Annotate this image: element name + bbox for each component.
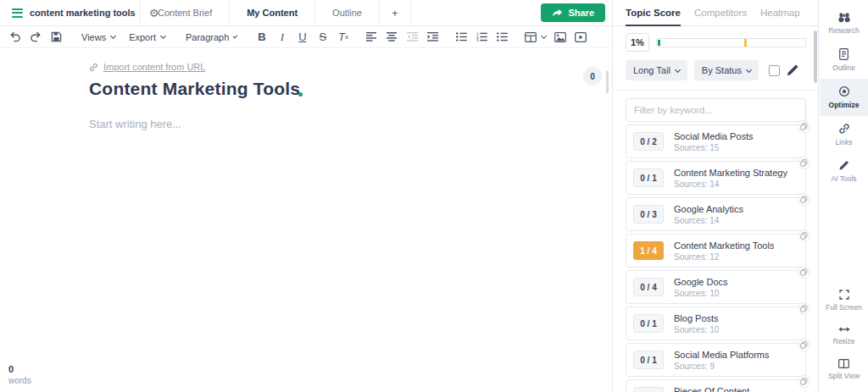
add-tab-button[interactable]: + — [379, 0, 411, 25]
editor-scrollbar[interactable] — [606, 70, 609, 93]
document-heading[interactable]: Content Marketing Tools — [89, 79, 612, 99]
copy-keyword-button[interactable] — [798, 157, 810, 169]
chevron-down-icon — [160, 33, 166, 39]
copy-keyword-button[interactable] — [798, 193, 810, 206]
insert-video-button[interactable] — [570, 28, 591, 47]
keyword-count-badge: 0 / 4 — [633, 278, 664, 296]
copy-keyword-button[interactable] — [798, 266, 810, 279]
tab-my-content[interactable]: My Content — [229, 0, 314, 25]
copy-keyword-button[interactable] — [798, 339, 810, 351]
copy-icon — [800, 341, 808, 349]
chevron-down-icon — [746, 66, 752, 72]
sidebar-item-resize[interactable]: Resize — [820, 318, 868, 352]
video-icon — [575, 32, 587, 42]
views-dropdown[interactable]: Views — [75, 28, 122, 47]
keyword-text: Social Media Platforms Sources: 9 — [674, 350, 770, 371]
sidebar-item-research[interactable]: Research — [820, 5, 868, 41]
copy-keyword-button[interactable] — [798, 375, 810, 388]
editor-placeholder[interactable]: Start writing here... — [89, 118, 612, 130]
keyword-card[interactable]: 0 / 1 Blog Posts Sources: 10 — [626, 306, 806, 340]
redo-icon — [30, 31, 42, 42]
sidebar-item-optimize[interactable]: Optimize — [820, 79, 868, 116]
sidebar-spacer — [820, 190, 868, 283]
keyword-card[interactable]: 0 / 1 Content Marketing Strategy Sources… — [626, 161, 806, 195]
keyword-filters: Long Tail By Status — [626, 60, 806, 80]
long-tail-dropdown[interactable]: Long Tail — [626, 60, 687, 80]
score-badge: 0 — [583, 67, 602, 86]
chevron-down-icon — [675, 66, 681, 72]
italic-button[interactable]: I — [272, 28, 292, 47]
highlight-checkbox[interactable] — [769, 65, 780, 76]
sidebar-item-label: Resize — [833, 337, 855, 345]
keyword-term: Blog Posts — [674, 313, 719, 323]
sidebar-item-label: Research — [828, 26, 859, 35]
tab-competitors[interactable]: Competitors — [694, 0, 747, 25]
sidebar-item-split-view[interactable]: Split View — [820, 352, 868, 387]
bold-button[interactable]: B — [252, 28, 272, 47]
import-from-url-link[interactable]: Import content from URL — [89, 62, 612, 72]
copy-keyword-button[interactable] — [798, 302, 810, 315]
outdent-button[interactable] — [403, 28, 423, 47]
indent-icon — [427, 32, 438, 41]
undo-button[interactable] — [5, 28, 25, 47]
heading-text: Content Marketing Tools — [89, 79, 300, 98]
redo-button[interactable] — [25, 28, 46, 47]
keyword-filter-input[interactable] — [626, 98, 806, 122]
chevron-down-icon — [233, 34, 237, 38]
keyword-text: Social Media Posts Sources: 15 — [674, 131, 754, 152]
split-view-icon — [838, 359, 849, 368]
table-icon — [525, 32, 537, 42]
topic-score-value: 1% — [626, 33, 649, 52]
tab-label: Topic Score — [626, 8, 681, 18]
copy-keyword-button[interactable] — [798, 120, 810, 133]
keyword-card[interactable]: 0 / 1 Social Media Platforms Sources: 9 — [626, 343, 806, 377]
bullet-list-button[interactable] — [452, 28, 472, 47]
menu-icon[interactable] — [12, 6, 23, 19]
tab-topic-score[interactable]: Topic Score — [626, 0, 681, 26]
copy-keyword-button[interactable] — [798, 229, 810, 242]
numbered-list-button[interactable]: 123 — [472, 28, 492, 47]
sidebar-item-label: AI Tools — [831, 174, 856, 183]
keyword-text: Google Analytics Sources: 14 — [674, 204, 743, 225]
sidebar-item-links[interactable]: Links — [820, 116, 868, 153]
keyword-card[interactable]: 0 / 3 Google Analytics Sources: 14 — [626, 197, 806, 231]
insert-table-button[interactable] — [521, 28, 550, 47]
keyword-count-badge: 0 / 1 — [633, 314, 664, 333]
tab-outline[interactable]: Outline — [314, 0, 379, 25]
copy-icon — [800, 268, 808, 276]
copy-icon — [800, 159, 808, 167]
document-title: content marketing tools — [30, 8, 136, 18]
checklist-button[interactable] — [492, 28, 513, 47]
indent-button[interactable] — [423, 28, 443, 47]
tab-label: Content Brief — [158, 8, 212, 18]
share-button[interactable]: Share — [541, 3, 605, 22]
keyword-text: Content Marketing Tools Sources: 12 — [674, 240, 774, 262]
keyword-card[interactable]: 0 / 2 Social Media Posts Sources: 15 — [626, 124, 806, 158]
keyword-card[interactable]: 0 / 1 Pieces Of Content Sources: 7 — [626, 379, 806, 392]
tab-heatmap[interactable]: Heatmap — [760, 0, 800, 25]
panel-scrollbar[interactable] — [814, 30, 817, 83]
tab-content-brief[interactable]: Content Brief — [140, 0, 229, 25]
numbered-list-icon: 123 — [476, 32, 487, 41]
keyword-card[interactable]: 1 / 4 Content Marketing Tools Sources: 1… — [626, 234, 806, 268]
keyword-count-badge: 0 / 1 — [633, 351, 664, 369]
align-left-button[interactable] — [362, 28, 382, 47]
strikethrough-button[interactable]: S — [313, 28, 333, 47]
paragraph-style-select[interactable]: Paragraph — [179, 28, 243, 47]
sidebar-item-full-screen[interactable]: Full Screen — [820, 283, 868, 318]
sidebar-item-ai-tools[interactable]: AI Tools — [820, 153, 868, 190]
keyword-card[interactable]: 0 / 4 Google Docs Sources: 10 — [626, 270, 806, 304]
save-button[interactable] — [46, 28, 66, 47]
underline-button[interactable]: U — [292, 28, 313, 47]
export-dropdown[interactable]: Export — [122, 28, 172, 47]
optimize-target-icon — [838, 86, 850, 97]
clear-formatting-button[interactable]: Tx — [333, 28, 353, 47]
insert-image-button[interactable] — [550, 28, 570, 47]
align-center-button[interactable] — [382, 28, 403, 47]
highlighter-icon[interactable] — [787, 64, 798, 76]
sidebar-item-label: Links — [836, 138, 853, 146]
status-dropdown[interactable]: By Status — [694, 60, 759, 80]
sidebar-item-outline[interactable]: Outline — [820, 41, 868, 79]
editor-canvas[interactable]: Import content from URL Content Marketin… — [0, 62, 612, 130]
tool-rail: Research Outline Optimize Links AI Tools… — [820, 0, 868, 392]
